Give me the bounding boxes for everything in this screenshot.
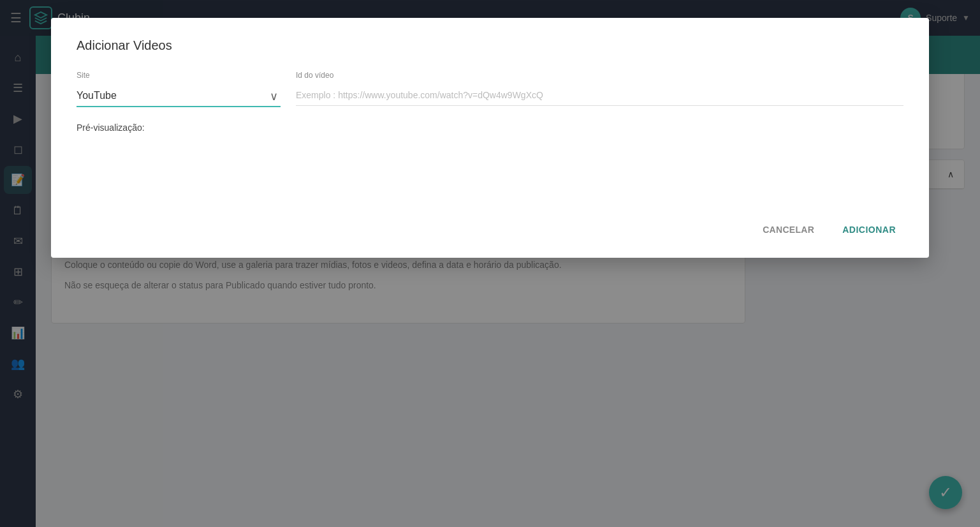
site-label: Site: [77, 71, 281, 80]
site-form-group: Site YouTube Vimeo ∨: [77, 71, 281, 107]
add-video-modal: Adicionar Videos Site YouTube Vimeo ∨ Id…: [51, 18, 929, 258]
preview-area: [77, 140, 903, 191]
modal-title: Adicionar Videos: [77, 38, 903, 53]
modal-form-row: Site YouTube Vimeo ∨ Id do vídeo: [77, 71, 903, 107]
site-select-wrapper: YouTube Vimeo ∨: [77, 85, 281, 107]
preview-label: Pré-visualização:: [77, 122, 903, 133]
video-id-input[interactable]: [296, 85, 903, 106]
video-id-form-group: Id do vídeo: [296, 71, 903, 107]
site-select[interactable]: YouTube Vimeo: [77, 85, 281, 107]
video-id-label: Id do vídeo: [296, 71, 903, 80]
cancel-button[interactable]: CANCELAR: [755, 219, 822, 240]
modal-footer: CANCELAR ADICIONAR: [77, 209, 903, 240]
add-button[interactable]: ADICIONAR: [835, 219, 903, 240]
